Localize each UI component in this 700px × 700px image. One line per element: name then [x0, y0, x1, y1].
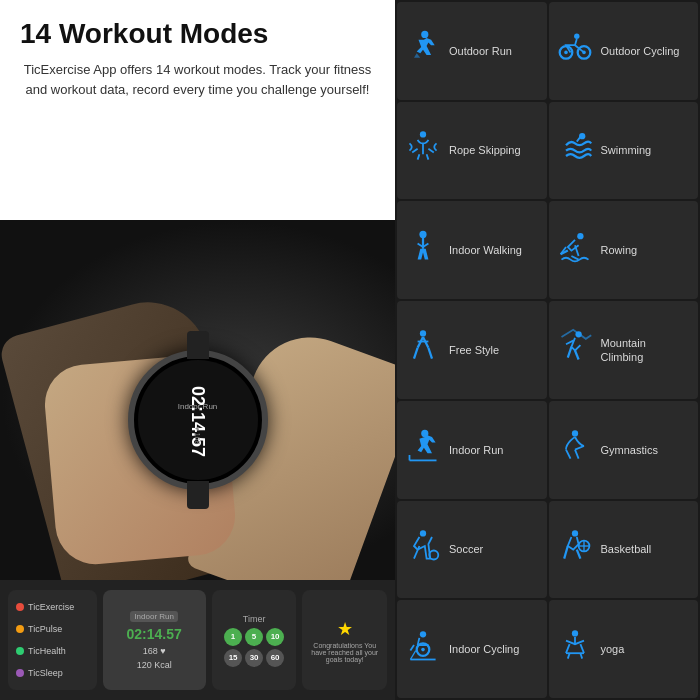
svg-point-4: [564, 51, 568, 55]
indoor-cycling-icon: [405, 628, 441, 671]
svg-point-29: [421, 647, 425, 651]
swim-icon: [557, 129, 593, 172]
ticsleep-label: TicSleep: [28, 668, 63, 678]
workout-name-row: Rowing: [601, 243, 638, 257]
yoga-icon: [557, 628, 593, 671]
freestyle-icon: [405, 328, 441, 371]
congrats-text: Congratulations You have reached all you…: [308, 642, 381, 663]
svg-point-21: [420, 530, 426, 536]
workout-name-yoga: yoga: [601, 642, 625, 656]
description-text: TicExercise App offers 14 workout modes.…: [20, 60, 375, 99]
left-panel: 14 Workout Modes TicExercise App offers …: [0, 0, 395, 700]
timer-btn-30[interactable]: 30: [245, 649, 263, 667]
svg-point-0: [421, 31, 428, 38]
svg-point-6: [420, 131, 426, 137]
svg-point-10: [420, 331, 426, 337]
tichealth-item: TicHealth: [16, 646, 89, 656]
svg-point-9: [577, 233, 583, 239]
workout-name-indoor-cycling: Indoor Cycling: [449, 642, 519, 656]
workout-cell-climb[interactable]: Mountain Climbing: [549, 301, 699, 399]
workout-cell-yoga[interactable]: yoga: [549, 600, 699, 698]
climb-icon: [557, 328, 593, 371]
congrats-section: ★ Congratulations You have reached all y…: [302, 590, 387, 690]
timer-btn-10[interactable]: 10: [266, 628, 284, 646]
indoor-run-section: Indoor Run 02:14.57 168 ♥ 120 Kcal: [103, 590, 206, 690]
indoor-run-kcal: 120 Kcal: [137, 660, 172, 670]
indoor-run-tag: Indoor Run: [130, 611, 178, 622]
workout-cell-walk[interactable]: Indoor Walking: [397, 201, 547, 299]
watch-area: Indoor Run 02:14.57 ♥ 168: [0, 220, 395, 580]
timer-btn-5[interactable]: 5: [245, 628, 263, 646]
workout-name-swim: Swimming: [601, 143, 652, 157]
ticexercise-dot: [16, 603, 24, 611]
soccer-icon: [405, 528, 441, 571]
workout-name-cycling: Outdoor Cycling: [601, 44, 680, 58]
workout-cell-basketball[interactable]: Basketball: [549, 501, 699, 599]
workout-cell-row[interactable]: Rowing: [549, 201, 699, 299]
workout-name-basketball: Basketball: [601, 542, 652, 556]
ticsleep-dot: [16, 669, 24, 677]
app-list-section: TicExercise TicPulse TicHealth TicSleep: [8, 590, 97, 690]
run-icon: [405, 29, 441, 72]
workout-name-soccer: Soccer: [449, 542, 483, 556]
timer-label: Timer: [243, 614, 266, 624]
indoor-run-time: 02:14.57: [127, 626, 182, 642]
tichealth-label: TicHealth: [28, 646, 66, 656]
right-panel: Outdoor Run Outdoor Cycling Rope Skippin…: [395, 0, 700, 700]
workout-cell-cycling[interactable]: Outdoor Cycling: [549, 2, 699, 100]
workout-name-climb: Mountain Climbing: [601, 336, 691, 365]
workout-name-rope: Rope Skipping: [449, 143, 521, 157]
workout-name-gymnastics: Gymnastics: [601, 443, 658, 457]
rope-icon: [405, 129, 441, 172]
ticpulse-item: TicPulse: [16, 624, 89, 634]
walk-icon: [405, 229, 441, 272]
svg-point-20: [571, 430, 577, 436]
ticsleep-item: TicSleep: [16, 668, 89, 678]
workout-name-walk: Indoor Walking: [449, 243, 522, 257]
tichealth-dot: [16, 647, 24, 655]
bottom-bar: TicExercise TicPulse TicHealth TicSleep …: [0, 580, 395, 700]
row-icon: [557, 229, 593, 272]
workout-cell-swim[interactable]: Swimming: [549, 102, 699, 200]
svg-point-3: [574, 34, 579, 39]
congrats-star-icon: ★: [337, 618, 353, 640]
timer-btn-1[interactable]: 1: [224, 628, 242, 646]
workout-cell-freestyle[interactable]: Free Style: [397, 301, 547, 399]
workout-cell-indoor-run[interactable]: Indoor Run: [397, 401, 547, 499]
timer-btn-60[interactable]: 60: [266, 649, 284, 667]
timer-section: Timer 1 5 10 15 30 60: [212, 590, 297, 690]
ticexercise-item: TicExercise: [16, 602, 89, 612]
basketball-icon: [557, 528, 593, 571]
svg-point-23: [571, 530, 577, 536]
workout-cell-indoor-cycling[interactable]: Indoor Cycling: [397, 600, 547, 698]
workout-cell-rope[interactable]: Rope Skipping: [397, 102, 547, 200]
workout-name-run: Outdoor Run: [449, 44, 512, 58]
ticpulse-label: TicPulse: [28, 624, 62, 634]
watch-background: Indoor Run 02:14.57 ♥ 168: [0, 220, 395, 580]
timer-btn-15[interactable]: 15: [224, 649, 242, 667]
cycling-icon: [557, 29, 593, 72]
svg-point-5: [582, 51, 586, 55]
svg-line-14: [414, 348, 418, 359]
workout-cell-gymnastics[interactable]: Gymnastics: [549, 401, 699, 499]
watch-face: Indoor Run 02:14.57 ♥ 168: [128, 350, 268, 490]
indoor-run-heart: 168 ♥: [143, 646, 166, 656]
ticexercise-label: TicExercise: [28, 602, 74, 612]
watch-time-display: 02:14.57: [187, 385, 208, 456]
timer-grid: 1 5 10 15 30 60: [224, 628, 284, 667]
workout-cell-run[interactable]: Outdoor Run: [397, 2, 547, 100]
left-top-section: 14 Workout Modes TicExercise App offers …: [0, 0, 395, 220]
watch-screen: Indoor Run 02:14.57 ♥ 168: [138, 360, 258, 480]
svg-point-27: [420, 631, 426, 637]
svg-point-8: [419, 231, 426, 238]
main-title: 14 Workout Modes: [20, 18, 375, 50]
indoor-run-icon: [405, 428, 441, 471]
workout-cell-soccer[interactable]: Soccer: [397, 501, 547, 599]
svg-line-15: [428, 348, 432, 359]
workout-name-indoor-run: Indoor Run: [449, 443, 503, 457]
gymnastics-icon: [557, 428, 593, 471]
workout-name-freestyle: Free Style: [449, 343, 499, 357]
ticpulse-dot: [16, 625, 24, 633]
svg-point-30: [571, 630, 577, 636]
